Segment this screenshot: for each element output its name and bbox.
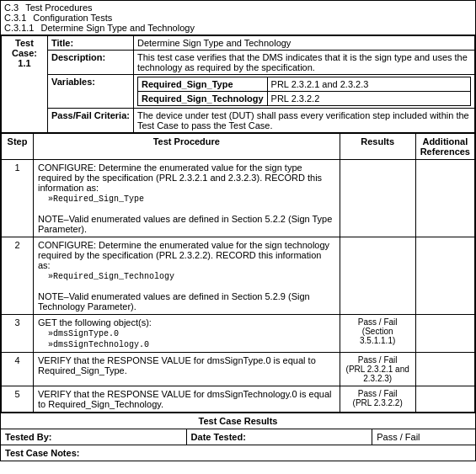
step-1-results (340, 160, 415, 237)
title-value: Determine Sign Type and Technology (133, 36, 474, 51)
variable-row-1: Required_Sign_Type PRL 2.3.2.1 and 2.3.2… (137, 77, 470, 92)
variable-name-2: Required_Sign_Technology (137, 92, 267, 106)
step-1-addref (415, 160, 474, 237)
description-label: Description: (48, 51, 134, 75)
step-3-results: Pass / Fail(Section 3.5.1.1.1) (340, 315, 415, 353)
step-3-num: 3 (2, 315, 34, 353)
step-5-num: 5 (2, 386, 34, 413)
step-4-addref (415, 353, 474, 386)
step-5-procedure: VERIFY that the RESPONSE VALUE for dmsSi… (34, 386, 340, 413)
step-1-num: 1 (2, 160, 34, 237)
step-5-addref (415, 386, 474, 413)
footer-section: Test Case Results Tested By: Date Tested… (1, 413, 475, 461)
pass-fail-label: Pass / Fail (377, 432, 420, 442)
results-header: Test Case Results (1, 413, 475, 429)
main-container: C.3 Test Procedures C.3.1 Configuration … (0, 0, 476, 461)
breadcrumb-2-label: Configuration Tests (33, 13, 112, 23)
variables-table: Required_Sign_Type PRL 2.3.2.1 and 2.3.2… (137, 77, 471, 106)
step-3-procedure: GET the following object(s): »dmsSignTyp… (34, 315, 340, 353)
breadcrumb-3-num: C.3.1.1 (4, 23, 34, 33)
step-4-results: Pass / Fail(PRL 2.3.2.1 and 2.3.2.3) (340, 353, 415, 386)
variable-name-1: Required_Sign_Type (137, 77, 267, 92)
variable-ref-1: PRL 2.3.2.1 and 2.3.2.3 (267, 77, 470, 92)
breadcrumb-3-label: Determine Sign Type and Technology (40, 23, 194, 33)
table-header-row: Step Test Procedure Results Additional R… (2, 134, 475, 160)
pass-fail-cell: Pass / Fail (372, 429, 475, 445)
notes-row: Test Case Notes: (1, 445, 475, 461)
step-2-results (340, 237, 415, 315)
description-value: This test case verifies that the DMS ind… (133, 51, 474, 75)
step-2-addref (415, 237, 474, 315)
variable-row-2: Required_Sign_Technology PRL 2.3.2.2 (137, 92, 470, 106)
passfail-value: The device under test (DUT) shall pass e… (133, 109, 474, 133)
procedure-table: Step Test Procedure Results Additional R… (1, 133, 475, 413)
table-row: 2 CONFIGURE: Determine the enumerated va… (2, 237, 475, 315)
header-addref: Additional References (415, 134, 474, 160)
step-4-procedure: VERIFY that the RESPONSE VALUE for dmsSi… (34, 353, 340, 386)
variable-ref-2: PRL 2.3.2.2 (267, 92, 470, 106)
step-2-procedure: CONFIGURE: Determine the enumerated valu… (34, 237, 340, 315)
breadcrumb-1: C.3 Test Procedures (4, 3, 472, 13)
table-row: 1 CONFIGURE: Determine the enumerated va… (2, 160, 475, 237)
step-4-num: 4 (2, 353, 34, 386)
variables-label: Variables: (48, 75, 134, 109)
header-results: Results (340, 134, 415, 160)
breadcrumb-section: C.3 Test Procedures C.3.1 Configuration … (1, 1, 475, 35)
notes-label: Test Case Notes: (5, 448, 79, 458)
table-row: 4 VERIFY that the RESPONSE VALUE for dms… (2, 353, 475, 386)
breadcrumb-2: C.3.1 Configuration Tests (4, 13, 472, 23)
step-2-num: 2 (2, 237, 34, 315)
tested-by-cell: Tested By: (1, 429, 187, 445)
tested-by-label: Tested By: (5, 432, 51, 442)
test-case-cell: Test Case: 1.1 (2, 36, 48, 133)
variables-values: Required_Sign_Type PRL 2.3.2.1 and 2.3.2… (133, 75, 474, 109)
info-table: Test Case: 1.1 Title: Determine Sign Typ… (1, 35, 475, 133)
passfail-label: Pass/Fail Criteria: (48, 109, 134, 133)
breadcrumb-1-num: C.3 (4, 3, 19, 13)
step-3-addref (415, 315, 474, 353)
header-step: Step (2, 134, 34, 160)
breadcrumb-2-num: C.3.1 (4, 13, 26, 23)
table-row: 5 VERIFY that the RESPONSE VALUE for dms… (2, 386, 475, 413)
step-5-results: Pass / Fail(PRL 2.3.2.2) (340, 386, 415, 413)
step-1-procedure: CONFIGURE: Determine the enumerated valu… (34, 160, 340, 237)
table-row: 3 GET the following object(s): »dmsSignT… (2, 315, 475, 353)
header-procedure: Test Procedure (34, 134, 340, 160)
breadcrumb-3: C.3.1.1 Determine Sign Type and Technolo… (4, 23, 472, 33)
title-label: Title: (48, 36, 134, 51)
date-tested-cell: Date Tested: (187, 429, 373, 445)
date-tested-label: Date Tested: (191, 432, 246, 442)
breadcrumb-1-label: Test Procedures (25, 3, 92, 13)
footer-row-1: Tested By: Date Tested: Pass / Fail (1, 429, 475, 445)
